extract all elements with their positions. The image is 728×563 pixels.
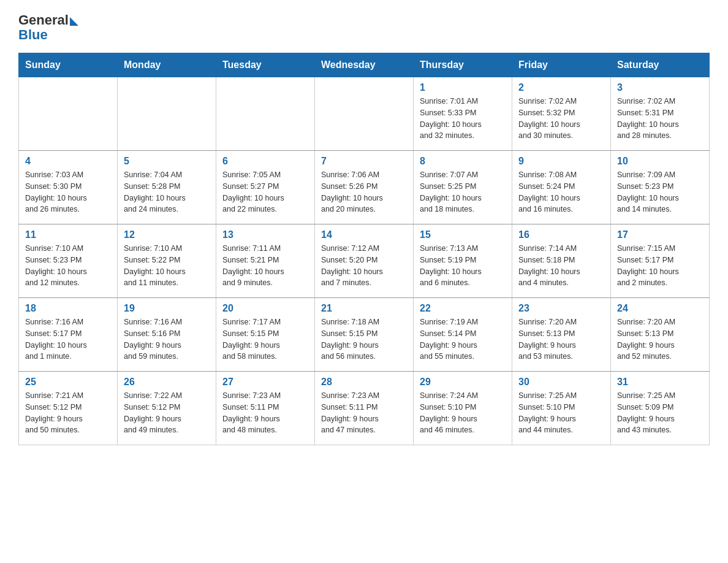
day-number: 12 (124, 229, 210, 240)
calendar-cell: 24Sunrise: 7:20 AMSunset: 5:13 PMDayligh… (611, 298, 710, 372)
day-info: Sunrise: 7:18 AMSunset: 5:15 PMDaylight:… (321, 316, 407, 362)
weekday-header-tuesday: Tuesday (216, 53, 315, 77)
day-number: 2 (518, 82, 604, 93)
day-number: 26 (124, 377, 210, 388)
day-number: 1 (420, 82, 506, 93)
logo-triangle-icon (70, 17, 78, 26)
calendar-cell: 18Sunrise: 7:16 AMSunset: 5:17 PMDayligh… (19, 298, 118, 372)
day-info: Sunrise: 7:15 AMSunset: 5:17 PMDaylight:… (617, 243, 703, 289)
calendar-cell (19, 77, 118, 151)
day-number: 7 (321, 156, 407, 167)
calendar-cell: 28Sunrise: 7:23 AMSunset: 5:11 PMDayligh… (315, 372, 414, 445)
day-number: 9 (518, 156, 604, 167)
day-info: Sunrise: 7:19 AMSunset: 5:14 PMDaylight:… (420, 316, 506, 362)
weekday-header-wednesday: Wednesday (315, 53, 414, 77)
day-info: Sunrise: 7:24 AMSunset: 5:10 PMDaylight:… (420, 390, 506, 436)
day-number: 5 (124, 156, 210, 167)
day-info: Sunrise: 7:02 AMSunset: 5:32 PMDaylight:… (518, 96, 604, 142)
calendar-cell: 12Sunrise: 7:10 AMSunset: 5:22 PMDayligh… (118, 224, 216, 298)
calendar-cell: 15Sunrise: 7:13 AMSunset: 5:19 PMDayligh… (414, 224, 512, 298)
logo-general: General (18, 12, 69, 28)
day-info: Sunrise: 7:08 AMSunset: 5:24 PMDaylight:… (518, 169, 604, 215)
calendar-week-1: 1Sunrise: 7:01 AMSunset: 5:33 PMDaylight… (19, 77, 710, 151)
calendar-header: SundayMondayTuesdayWednesdayThursdayFrid… (19, 53, 710, 77)
calendar-cell: 6Sunrise: 7:05 AMSunset: 5:27 PMDaylight… (216, 151, 315, 224)
calendar-cell: 7Sunrise: 7:06 AMSunset: 5:26 PMDaylight… (315, 151, 414, 224)
day-number: 21 (321, 303, 407, 314)
day-info: Sunrise: 7:22 AMSunset: 5:12 PMDaylight:… (124, 390, 210, 436)
day-number: 13 (222, 229, 308, 240)
day-info: Sunrise: 7:02 AMSunset: 5:31 PMDaylight:… (617, 96, 703, 142)
calendar-cell (118, 77, 216, 151)
calendar-cell: 3Sunrise: 7:02 AMSunset: 5:31 PMDaylight… (611, 77, 710, 151)
day-number: 14 (321, 229, 407, 240)
weekday-header-row: SundayMondayTuesdayWednesdayThursdayFrid… (19, 53, 710, 77)
day-info: Sunrise: 7:23 AMSunset: 5:11 PMDaylight:… (222, 390, 308, 436)
calendar-cell: 13Sunrise: 7:11 AMSunset: 5:21 PMDayligh… (216, 224, 315, 298)
calendar-cell: 27Sunrise: 7:23 AMSunset: 5:11 PMDayligh… (216, 372, 315, 445)
day-number: 4 (25, 156, 111, 167)
day-number: 20 (222, 303, 308, 314)
day-info: Sunrise: 7:25 AMSunset: 5:10 PMDaylight:… (518, 390, 604, 436)
day-info: Sunrise: 7:14 AMSunset: 5:18 PMDaylight:… (518, 243, 604, 289)
day-info: Sunrise: 7:12 AMSunset: 5:20 PMDaylight:… (321, 243, 407, 289)
calendar-cell: 11Sunrise: 7:10 AMSunset: 5:23 PMDayligh… (19, 224, 118, 298)
day-info: Sunrise: 7:25 AMSunset: 5:09 PMDaylight:… (617, 390, 703, 436)
calendar-cell: 9Sunrise: 7:08 AMSunset: 5:24 PMDaylight… (512, 151, 611, 224)
calendar-cell: 31Sunrise: 7:25 AMSunset: 5:09 PMDayligh… (611, 372, 710, 445)
calendar-table: SundayMondayTuesdayWednesdayThursdayFrid… (18, 53, 710, 445)
day-number: 28 (321, 377, 407, 388)
day-info: Sunrise: 7:03 AMSunset: 5:30 PMDaylight:… (25, 169, 111, 215)
day-number: 15 (420, 229, 506, 240)
day-info: Sunrise: 7:11 AMSunset: 5:21 PMDaylight:… (222, 243, 308, 289)
day-number: 24 (617, 303, 703, 314)
day-number: 8 (420, 156, 506, 167)
calendar-week-5: 25Sunrise: 7:21 AMSunset: 5:12 PMDayligh… (19, 372, 710, 445)
calendar-cell: 14Sunrise: 7:12 AMSunset: 5:20 PMDayligh… (315, 224, 414, 298)
calendar-cell: 8Sunrise: 7:07 AMSunset: 5:25 PMDaylight… (414, 151, 512, 224)
calendar-cell: 4Sunrise: 7:03 AMSunset: 5:30 PMDaylight… (19, 151, 118, 224)
day-info: Sunrise: 7:23 AMSunset: 5:11 PMDaylight:… (321, 390, 407, 436)
day-info: Sunrise: 7:07 AMSunset: 5:25 PMDaylight:… (420, 169, 506, 215)
day-info: Sunrise: 7:16 AMSunset: 5:17 PMDaylight:… (25, 316, 111, 362)
day-number: 23 (518, 303, 604, 314)
calendar-cell (315, 77, 414, 151)
calendar-cell: 25Sunrise: 7:21 AMSunset: 5:12 PMDayligh… (19, 372, 118, 445)
day-info: Sunrise: 7:13 AMSunset: 5:19 PMDaylight:… (420, 243, 506, 289)
day-info: Sunrise: 7:06 AMSunset: 5:26 PMDaylight:… (321, 169, 407, 215)
calendar-week-3: 11Sunrise: 7:10 AMSunset: 5:23 PMDayligh… (19, 224, 710, 298)
page-header: General Blue (18, 12, 710, 43)
calendar-week-2: 4Sunrise: 7:03 AMSunset: 5:30 PMDaylight… (19, 151, 710, 224)
day-info: Sunrise: 7:21 AMSunset: 5:12 PMDaylight:… (25, 390, 111, 436)
calendar-cell: 26Sunrise: 7:22 AMSunset: 5:12 PMDayligh… (118, 372, 216, 445)
day-info: Sunrise: 7:01 AMSunset: 5:33 PMDaylight:… (420, 96, 506, 142)
weekday-header-saturday: Saturday (611, 53, 710, 77)
day-number: 6 (222, 156, 308, 167)
day-number: 3 (617, 82, 703, 93)
calendar-cell: 17Sunrise: 7:15 AMSunset: 5:17 PMDayligh… (611, 224, 710, 298)
day-number: 27 (222, 377, 308, 388)
calendar-cell (216, 77, 315, 151)
calendar-cell: 23Sunrise: 7:20 AMSunset: 5:13 PMDayligh… (512, 298, 611, 372)
day-number: 17 (617, 229, 703, 240)
calendar-cell: 1Sunrise: 7:01 AMSunset: 5:33 PMDaylight… (414, 77, 512, 151)
calendar-cell: 30Sunrise: 7:25 AMSunset: 5:10 PMDayligh… (512, 372, 611, 445)
day-number: 10 (617, 156, 703, 167)
calendar-week-4: 18Sunrise: 7:16 AMSunset: 5:17 PMDayligh… (19, 298, 710, 372)
calendar-cell: 22Sunrise: 7:19 AMSunset: 5:14 PMDayligh… (414, 298, 512, 372)
day-info: Sunrise: 7:09 AMSunset: 5:23 PMDaylight:… (617, 169, 703, 215)
day-info: Sunrise: 7:17 AMSunset: 5:15 PMDaylight:… (222, 316, 308, 362)
weekday-header-monday: Monday (118, 53, 216, 77)
day-info: Sunrise: 7:04 AMSunset: 5:28 PMDaylight:… (124, 169, 210, 215)
day-number: 11 (25, 229, 111, 240)
day-number: 16 (518, 229, 604, 240)
calendar-cell: 10Sunrise: 7:09 AMSunset: 5:23 PMDayligh… (611, 151, 710, 224)
calendar-cell: 20Sunrise: 7:17 AMSunset: 5:15 PMDayligh… (216, 298, 315, 372)
calendar-cell: 5Sunrise: 7:04 AMSunset: 5:28 PMDaylight… (118, 151, 216, 224)
day-info: Sunrise: 7:10 AMSunset: 5:23 PMDaylight:… (25, 243, 111, 289)
calendar-cell: 29Sunrise: 7:24 AMSunset: 5:10 PMDayligh… (414, 372, 512, 445)
day-number: 30 (518, 377, 604, 388)
calendar-cell: 2Sunrise: 7:02 AMSunset: 5:32 PMDaylight… (512, 77, 611, 151)
day-number: 22 (420, 303, 506, 314)
logo: General Blue (18, 12, 78, 43)
